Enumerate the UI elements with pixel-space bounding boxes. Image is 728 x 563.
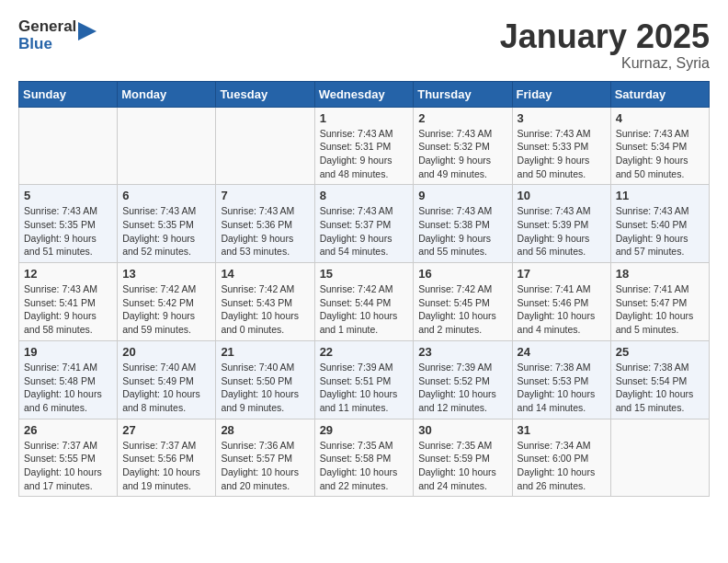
day-number: 19	[24, 345, 112, 359]
calendar-cell	[216, 107, 314, 185]
day-info: Sunrise: 7:43 AMSunset: 5:39 PMDaylight:…	[518, 204, 606, 259]
day-info: Sunrise: 7:42 AMSunset: 5:43 PMDaylight:…	[221, 282, 309, 337]
day-info: Sunrise: 7:40 AMSunset: 5:49 PMDaylight:…	[122, 361, 210, 415]
calendar-cell: 22 Sunrise: 7:39 AMSunset: 5:51 PMDaylig…	[314, 340, 414, 419]
calendar-cell: 31 Sunrise: 7:34 AMSunset: 6:00 PMDaylig…	[512, 419, 610, 497]
day-number: 23	[418, 345, 506, 359]
calendar-cell: 20 Sunrise: 7:40 AMSunset: 5:49 PMDaylig…	[118, 340, 216, 419]
weekday-header-thursday: Thursday	[414, 81, 512, 107]
day-number: 20	[122, 345, 210, 359]
calendar-cell: 10 Sunrise: 7:43 AMSunset: 5:39 PMDaylig…	[512, 185, 610, 263]
day-number: 14	[221, 267, 309, 281]
calendar-cell: 7 Sunrise: 7:43 AMSunset: 5:36 PMDayligh…	[216, 185, 314, 263]
svg-marker-0	[78, 22, 97, 40]
day-number: 4	[616, 111, 704, 125]
calendar-cell: 23 Sunrise: 7:39 AMSunset: 5:52 PMDaylig…	[414, 340, 512, 419]
day-number: 12	[24, 267, 112, 281]
day-number: 16	[418, 267, 506, 281]
calendar-cell: 24 Sunrise: 7:38 AMSunset: 5:53 PMDaylig…	[512, 340, 610, 419]
day-info: Sunrise: 7:41 AMSunset: 5:46 PMDaylight:…	[518, 282, 606, 337]
day-number: 28	[221, 423, 309, 437]
day-number: 7	[221, 189, 309, 202]
calendar-cell	[610, 419, 709, 497]
month-title: January 2025	[500, 18, 710, 55]
calendar-cell: 27 Sunrise: 7:37 AMSunset: 5:56 PMDaylig…	[118, 419, 216, 497]
day-info: Sunrise: 7:43 AMSunset: 5:32 PMDaylight:…	[418, 127, 506, 181]
day-number: 15	[320, 267, 409, 281]
calendar-cell: 9 Sunrise: 7:43 AMSunset: 5:38 PMDayligh…	[414, 185, 512, 263]
calendar-cell: 19 Sunrise: 7:41 AMSunset: 5:48 PMDaylig…	[19, 340, 118, 419]
day-number: 2	[418, 111, 506, 125]
calendar-week-row: 19 Sunrise: 7:41 AMSunset: 5:48 PMDaylig…	[19, 340, 710, 419]
calendar-cell: 11 Sunrise: 7:43 AMSunset: 5:40 PMDaylig…	[610, 185, 709, 263]
day-number: 10	[518, 189, 606, 202]
day-info: Sunrise: 7:43 AMSunset: 5:35 PMDaylight:…	[24, 204, 112, 259]
day-info: Sunrise: 7:39 AMSunset: 5:51 PMDaylight:…	[320, 361, 409, 415]
day-number: 21	[221, 345, 309, 359]
location-title: Kurnaz, Syria	[500, 55, 710, 72]
day-number: 17	[518, 267, 606, 281]
day-info: Sunrise: 7:42 AMSunset: 5:44 PMDaylight:…	[320, 282, 409, 337]
day-number: 11	[616, 189, 704, 202]
calendar-cell: 4 Sunrise: 7:43 AMSunset: 5:34 PMDayligh…	[610, 107, 709, 185]
day-number: 22	[320, 345, 409, 359]
day-info: Sunrise: 7:43 AMSunset: 5:40 PMDaylight:…	[616, 204, 704, 259]
day-info: Sunrise: 7:40 AMSunset: 5:50 PMDaylight:…	[221, 361, 309, 415]
calendar-week-row: 12 Sunrise: 7:43 AMSunset: 5:41 PMDaylig…	[19, 263, 710, 341]
day-info: Sunrise: 7:34 AMSunset: 6:00 PMDaylight:…	[518, 439, 606, 493]
calendar-cell: 26 Sunrise: 7:37 AMSunset: 5:55 PMDaylig…	[19, 419, 118, 497]
calendar-week-row: 5 Sunrise: 7:43 AMSunset: 5:35 PMDayligh…	[19, 185, 710, 263]
day-info: Sunrise: 7:39 AMSunset: 5:52 PMDaylight:…	[418, 361, 506, 415]
day-info: Sunrise: 7:41 AMSunset: 5:47 PMDaylight:…	[616, 282, 704, 337]
calendar-week-row: 1 Sunrise: 7:43 AMSunset: 5:31 PMDayligh…	[19, 107, 710, 185]
day-info: Sunrise: 7:43 AMSunset: 5:31 PMDaylight:…	[320, 127, 409, 181]
calendar-cell: 15 Sunrise: 7:42 AMSunset: 5:44 PMDaylig…	[314, 263, 414, 341]
weekday-header-monday: Monday	[118, 81, 216, 107]
day-number: 3	[518, 111, 606, 125]
day-info: Sunrise: 7:38 AMSunset: 5:54 PMDaylight:…	[616, 361, 704, 415]
calendar-cell: 12 Sunrise: 7:43 AMSunset: 5:41 PMDaylig…	[19, 263, 118, 341]
day-number: 18	[616, 267, 704, 281]
calendar-cell: 16 Sunrise: 7:42 AMSunset: 5:45 PMDaylig…	[414, 263, 512, 341]
calendar-cell: 3 Sunrise: 7:43 AMSunset: 5:33 PMDayligh…	[512, 107, 610, 185]
weekday-header-tuesday: Tuesday	[216, 81, 314, 107]
day-number: 27	[122, 423, 210, 437]
day-number: 30	[418, 423, 506, 437]
day-info: Sunrise: 7:42 AMSunset: 5:42 PMDaylight:…	[122, 282, 210, 337]
day-info: Sunrise: 7:36 AMSunset: 5:57 PMDaylight:…	[221, 439, 309, 493]
day-number: 6	[122, 189, 210, 202]
weekday-header-sunday: Sunday	[19, 81, 118, 107]
day-info: Sunrise: 7:43 AMSunset: 5:35 PMDaylight:…	[122, 204, 210, 259]
day-info: Sunrise: 7:43 AMSunset: 5:34 PMDaylight:…	[616, 127, 704, 181]
calendar-cell: 8 Sunrise: 7:43 AMSunset: 5:37 PMDayligh…	[314, 185, 414, 263]
day-number: 9	[418, 189, 506, 202]
day-number: 25	[616, 345, 704, 359]
calendar-cell: 30 Sunrise: 7:35 AMSunset: 5:59 PMDaylig…	[414, 419, 512, 497]
calendar-cell: 13 Sunrise: 7:42 AMSunset: 5:42 PMDaylig…	[118, 263, 216, 341]
logo: General Blue	[18, 18, 97, 52]
calendar-cell: 1 Sunrise: 7:43 AMSunset: 5:31 PMDayligh…	[314, 107, 414, 185]
day-info: Sunrise: 7:38 AMSunset: 5:53 PMDaylight:…	[518, 361, 606, 415]
day-info: Sunrise: 7:42 AMSunset: 5:45 PMDaylight:…	[418, 282, 506, 337]
day-number: 8	[320, 189, 409, 202]
day-number: 5	[24, 189, 112, 202]
day-info: Sunrise: 7:43 AMSunset: 5:38 PMDaylight:…	[418, 204, 506, 259]
calendar-cell: 25 Sunrise: 7:38 AMSunset: 5:54 PMDaylig…	[610, 340, 709, 419]
calendar-cell: 5 Sunrise: 7:43 AMSunset: 5:35 PMDayligh…	[19, 185, 118, 263]
weekday-header-friday: Friday	[512, 81, 610, 107]
calendar-cell: 28 Sunrise: 7:36 AMSunset: 5:57 PMDaylig…	[216, 419, 314, 497]
day-info: Sunrise: 7:41 AMSunset: 5:48 PMDaylight:…	[24, 361, 112, 415]
day-info: Sunrise: 7:43 AMSunset: 5:33 PMDaylight:…	[518, 127, 606, 181]
day-info: Sunrise: 7:43 AMSunset: 5:36 PMDaylight:…	[221, 204, 309, 259]
calendar-cell: 21 Sunrise: 7:40 AMSunset: 5:50 PMDaylig…	[216, 340, 314, 419]
calendar-cell: 17 Sunrise: 7:41 AMSunset: 5:46 PMDaylig…	[512, 263, 610, 341]
day-info: Sunrise: 7:37 AMSunset: 5:55 PMDaylight:…	[24, 439, 112, 493]
day-info: Sunrise: 7:35 AMSunset: 5:58 PMDaylight:…	[320, 439, 409, 493]
day-number: 29	[320, 423, 409, 437]
page-header: General Blue January 2025 Kurnaz, Syria	[18, 18, 710, 72]
calendar-table: SundayMondayTuesdayWednesdayThursdayFrid…	[18, 81, 710, 498]
calendar-cell: 14 Sunrise: 7:42 AMSunset: 5:43 PMDaylig…	[216, 263, 314, 341]
day-number: 31	[518, 423, 606, 437]
day-info: Sunrise: 7:43 AMSunset: 5:41 PMDaylight:…	[24, 282, 112, 337]
calendar-cell: 6 Sunrise: 7:43 AMSunset: 5:35 PMDayligh…	[118, 185, 216, 263]
